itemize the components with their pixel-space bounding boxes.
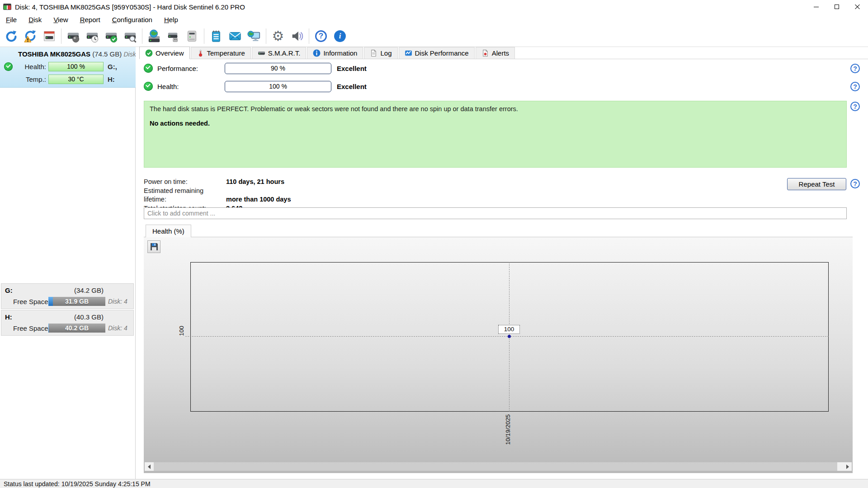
toolbar-separator	[204, 28, 204, 44]
free-space-label: Free Space	[13, 298, 48, 305]
partition-size: (34.2 GB)	[74, 286, 104, 294]
save-chart-button[interactable]	[147, 240, 160, 253]
gear-glyph: ⚙	[272, 29, 284, 43]
usb-disk-icon[interactable]	[164, 27, 183, 45]
status-bar: Status last updated: 10/19/2025 Sunday 4…	[0, 479, 868, 488]
performance-gauge-value: 90 %	[225, 65, 331, 72]
tab-temperature[interactable]: Temperature	[191, 47, 251, 59]
disk-report-icon[interactable]	[40, 27, 59, 45]
app-logo-icon	[3, 4, 11, 10]
tab-disk-performance[interactable]: Disk Performance	[399, 47, 475, 59]
drive-letters-g: G:,	[108, 63, 117, 70]
tab-label: S.M.A.R.T.	[268, 49, 301, 57]
health-ok-icon	[144, 82, 153, 91]
health-gauge-value: 100 %	[225, 83, 331, 90]
tab-label: Overview	[156, 49, 184, 57]
partition-panel-h[interactable]: H: (40.3 GB) Free Space 40.2 GB Disk: 4	[1, 310, 134, 336]
tab-log[interactable]: Log	[364, 47, 397, 59]
performance-label: Performance:	[157, 65, 198, 72]
settings-gear-icon[interactable]: ⚙	[269, 27, 288, 45]
status-bar-text: Status last updated: 10/19/2025 Sunday 4…	[4, 480, 151, 488]
minimize-button[interactable]	[806, 0, 826, 14]
tab-label: Log	[380, 49, 392, 57]
toolbar-separator	[61, 28, 61, 44]
partition-disk-number: Disk: 4	[108, 298, 127, 305]
disk-status-message-box: The hard disk status is PERFECT. Problem…	[144, 101, 847, 168]
hard-disk-icon	[258, 49, 265, 57]
disk-sidebar: TOSHIBA MK8025GAS (74.5 GB) Disk: 4 Heal…	[0, 47, 136, 479]
disk-schedule-icon[interactable]	[83, 27, 102, 45]
menu-disk[interactable]: Disk	[23, 14, 47, 25]
toolbar: ⚙ ? i	[0, 25, 868, 47]
chart-y-axis-tick: 100	[178, 326, 185, 336]
disk-search-icon[interactable]	[121, 27, 140, 45]
tab-alerts[interactable]: Alerts	[476, 47, 515, 59]
tab-information[interactable]: Information	[307, 47, 363, 59]
close-button[interactable]	[847, 0, 868, 14]
health-bar: 100 %	[48, 62, 104, 71]
performance-gauge: 90 %	[225, 63, 331, 74]
partition-size: (40.3 GB)	[74, 313, 104, 321]
tab-strip: Overview Temperature S.M.A.R.T. Informat…	[139, 47, 868, 59]
menu-view[interactable]: View	[47, 14, 74, 25]
chart-crosshair-horizontal	[185, 336, 829, 337]
remote-monitor-icon[interactable]	[245, 27, 264, 45]
menu-help[interactable]: Help	[158, 14, 184, 25]
partition-letter: H:	[5, 313, 12, 321]
chart-horizontal-scrollbar[interactable]	[145, 462, 852, 471]
report-note-icon[interactable]	[207, 27, 226, 45]
tab-smart[interactable]: S.M.A.R.T.	[252, 47, 307, 59]
toolbar-separator	[309, 28, 309, 44]
disk-test-icon[interactable]	[64, 27, 83, 45]
email-icon[interactable]	[226, 27, 245, 45]
status-help-icon[interactable]: ?	[850, 102, 860, 111]
disk-ok-icon[interactable]	[102, 27, 121, 45]
temp-bar: 30 °C	[48, 75, 104, 84]
partition-letter: G:	[5, 286, 13, 294]
menu-file[interactable]: File	[0, 14, 23, 25]
free-space-bar: 31.9 GB	[48, 297, 105, 306]
partition-panel-g[interactable]: G: (34.2 GB) Free Space 31.9 GB Disk: 4	[1, 283, 134, 309]
chart-tab-health[interactable]: Health (%)	[146, 225, 191, 237]
refresh-icon[interactable]	[2, 27, 21, 45]
performance-ok-icon	[144, 64, 153, 73]
info-circle-icon	[313, 49, 321, 57]
health-rating: Excellent	[337, 83, 367, 90]
toolbar-separator	[266, 28, 266, 44]
free-space-value: 31.9 GB	[48, 298, 105, 305]
performance-help-icon[interactable]: ?	[850, 64, 860, 73]
disk-summary-panel[interactable]: TOSHIBA MK8025GAS (74.5 GB) Disk: 4 Heal…	[0, 47, 136, 88]
free-space-bar: 40.2 GB	[48, 324, 105, 333]
stat-value: more than 1000 days	[226, 195, 291, 204]
sound-icon[interactable]	[288, 27, 307, 45]
maximize-icon	[835, 5, 839, 9]
menu-report[interactable]: Report	[74, 14, 106, 25]
health-check-icon	[4, 62, 13, 71]
health-gauge: 100 %	[225, 81, 331, 92]
scrollbar-thumb[interactable]	[154, 462, 837, 471]
check-circle-icon	[145, 49, 153, 57]
health-label: Health:	[157, 83, 179, 90]
disk-model: TOSHIBA MK8025GAS	[18, 50, 90, 58]
help-icon[interactable]: ?	[311, 27, 330, 45]
comment-input[interactable]	[144, 207, 847, 219]
status-action: No actions needed.	[150, 120, 841, 127]
toolbar-separator	[142, 28, 142, 44]
repeat-test-button[interactable]: Repeat Test	[787, 178, 846, 190]
maximize-button[interactable]	[826, 0, 847, 14]
scroll-left-arrow-icon[interactable]	[145, 462, 153, 471]
disk-dock-icon[interactable]	[183, 27, 202, 45]
menu-bar: File Disk View Report Configuration Help	[0, 14, 868, 25]
repeat-test-help-icon[interactable]: ?	[850, 179, 860, 188]
menu-configuration[interactable]: Configuration	[106, 14, 158, 25]
refresh-alert-icon[interactable]	[21, 27, 40, 45]
disk-size: (74.5 GB)	[92, 50, 122, 58]
performance-chart-icon	[405, 49, 412, 57]
network-disk-icon[interactable]	[145, 27, 164, 45]
scroll-right-arrow-icon[interactable]	[843, 462, 852, 471]
info-icon[interactable]: i	[330, 27, 349, 45]
close-icon	[855, 4, 860, 9]
chart-data-point[interactable]	[508, 335, 511, 338]
health-help-icon[interactable]: ?	[850, 82, 860, 91]
tab-overview[interactable]: Overview	[139, 47, 190, 59]
